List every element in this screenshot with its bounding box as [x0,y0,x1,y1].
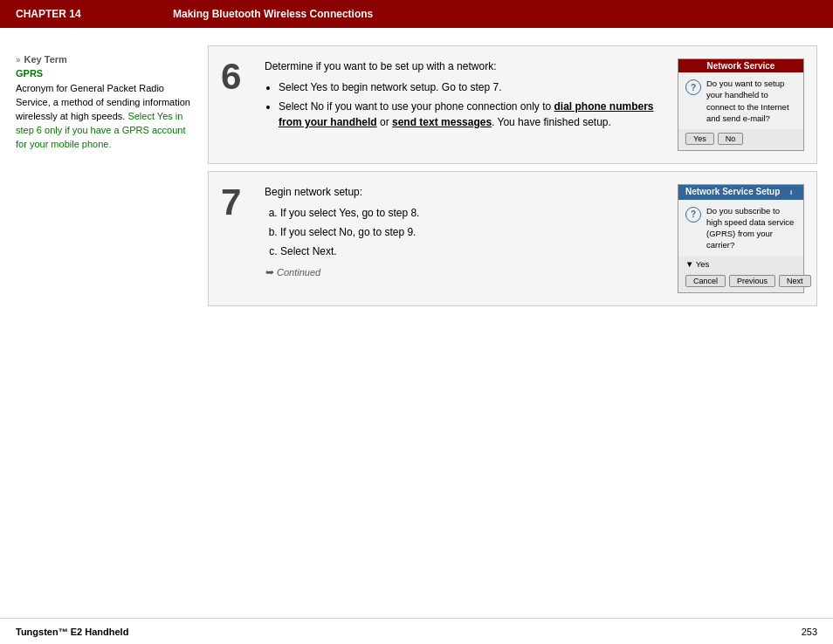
step-6-intro: Determine if you want to be set up with … [265,58,665,74]
step-7-yes-text: ▼ Yes [678,257,803,271]
step-6-card: 6 Determine if you want to be set up wit… [208,45,817,164]
continued-label: Continued [277,265,320,280]
sidebar: » Key Term GPRS Acronym for General Pack… [16,45,190,609]
page-header: CHAPTER 14 Making Bluetooth Wireless Con… [0,0,833,28]
step-6-bullet-1: Select Yes to begin network setup. Go to… [279,79,665,95]
step-7-dialog-title: Network Service Setup i [678,185,803,199]
key-term-header: » Key Term [16,54,190,65]
key-term-label: Key Term [24,54,67,65]
step-6-no-button[interactable]: No [718,133,744,145]
page-footer: Tungsten™ E2 Handheld 253 [0,618,833,644]
step-6-bullet-2: Select No if you want to use your phone … [279,99,665,130]
step-7-dialog-body: ? Do you subscribe to high speed data se… [678,200,803,257]
chapter-title: Making Bluetooth Wireless Connections [173,8,373,20]
step-7-cancel-button[interactable]: Cancel [685,275,726,287]
footer-brand: Tungsten™ E2 Handheld [16,627,128,637]
step-7-list: If you select Yes, go to step 8. If you … [280,205,665,259]
footer-page-number: 253 [802,627,817,637]
step-6-dialog: Network Service ? Do you want to setup y… [678,58,804,151]
brand-suffix: Handheld [85,627,128,637]
step-6-underline-2: send text messages [392,116,492,128]
step-7-item-b: If you select No, go to step 9. [280,224,665,240]
step-7-dialog-icon: ? [685,207,701,223]
step-7-number: 7 [221,184,252,221]
chapter-label: CHAPTER 14 [16,8,173,20]
step-7-body: Begin network setup: If you select Yes, … [265,184,665,280]
step-7-item-a: If you select Yes, go to step 8. [280,205,665,221]
sidebar-term: GPRS [16,68,190,79]
step-7-previous-button[interactable]: Previous [729,275,775,287]
step-7-item-c: Select Next. [280,243,665,259]
step-6-number: 6 [221,58,252,95]
step-7-next-button[interactable]: Next [779,275,811,287]
step-7-dialog-buttons: Cancel Previous Next [678,271,803,292]
step-6-dialog-buttons: Yes No [678,129,803,150]
step-7-dialog: Network Service Setup i ? Do you subscri… [678,184,804,293]
step-6-yes-button[interactable]: Yes [685,133,714,145]
step-7-info-icon: i [786,188,796,198]
steps-area: 6 Determine if you want to be set up wit… [208,45,817,609]
main-content: » Key Term GPRS Acronym for General Pack… [0,28,833,618]
brand-name: Tungsten™ E2 [16,627,82,637]
step-7-intro: Begin network setup: [265,184,665,200]
step-7-continued: Continued [265,264,665,280]
step-6-dialog-body: ? Do you want to setup your handheld to … [678,72,803,129]
step-6-dialog-icon: ? [685,79,701,95]
chevrons-icon: » [16,55,21,65]
step-6-dialog-text: Do you want to setup your handheld to co… [706,78,796,124]
step-6-bullets: Select Yes to begin network setup. Go to… [279,79,665,130]
step-7-dialog-text: Do you subscribe to high speed data serv… [706,205,796,251]
step-7-card: 7 Begin network setup: If you select Yes… [208,171,817,306]
sidebar-definition: Acronym for General Packet Radio Service… [16,82,190,152]
step-6-dialog-title: Network Service [678,59,803,72]
step-6-body: Determine if you want to be set up with … [265,58,665,134]
